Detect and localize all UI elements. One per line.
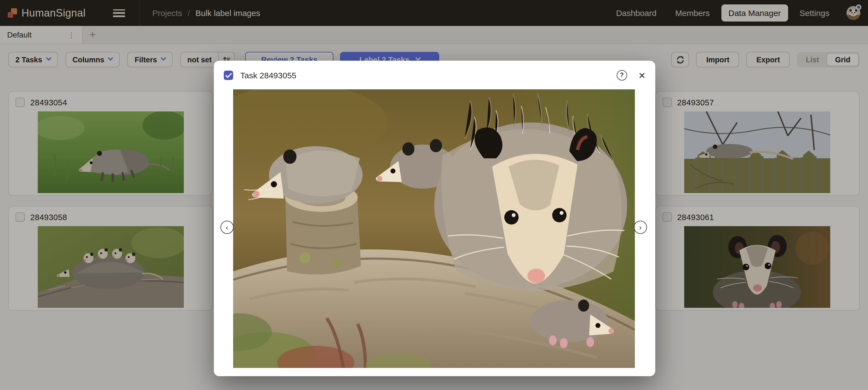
task-image-preview — [233, 89, 635, 368]
previous-task-button[interactable]: ‹ — [220, 221, 234, 234]
app-root: HumanSignal Projects / Bulk label images… — [0, 0, 868, 390]
help-icon[interactable]: ? — [616, 70, 627, 80]
modal-task-title: Task 28493055 — [240, 70, 297, 80]
task-selected-checkbox[interactable] — [224, 70, 233, 80]
modal-header: Task 28493055 ? × — [214, 61, 655, 89]
task-preview-modal: Task 28493055 ? × — [214, 61, 655, 376]
close-icon[interactable]: × — [639, 69, 645, 81]
next-task-button[interactable]: › — [634, 221, 647, 234]
opossum-log-photo — [233, 89, 635, 368]
